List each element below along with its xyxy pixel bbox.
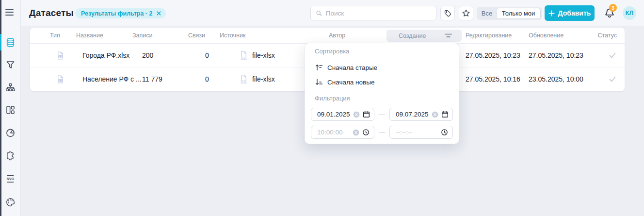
range-separator: — [379, 111, 385, 118]
pie-chart-icon [5, 128, 16, 138]
date-range-row: 09.01.2025 — 09.07.2025 [311, 108, 453, 121]
sidebar-item-hierarchy[interactable] [5, 83, 16, 93]
dataset-records: 11 779 [132, 75, 188, 83]
dataset-type-icon [56, 51, 65, 60]
column-header-updated: Обновление [529, 32, 601, 39]
page-title: Датасеты [29, 0, 74, 26]
notification-count-badge: 3 [609, 4, 617, 12]
layout-icon [5, 105, 16, 115]
close-icon[interactable] [157, 11, 161, 16]
sort-ascending-icon [315, 63, 323, 72]
column-header-type: Тип [50, 32, 76, 39]
svg-file-icon: SVG [5, 174, 16, 184]
toggle-only-mine-option[interactable]: Только мои [496, 8, 541, 19]
time-from-input[interactable]: 10:00:00 [311, 126, 374, 139]
time-to-value: --:--:-- [396, 129, 438, 136]
dataset-source: file-xlsx [252, 75, 275, 83]
sidebar-item-filters[interactable] [5, 60, 16, 70]
dataset-name: Города РФ.xlsx [76, 51, 132, 59]
star-icon [462, 9, 470, 17]
sidebar-item-charts[interactable] [5, 128, 16, 138]
sort-descending-icon [315, 78, 323, 86]
sort-newest-option[interactable]: Сначала новые [315, 75, 374, 89]
funnel-icon [5, 60, 16, 70]
search-input[interactable] [326, 10, 431, 17]
tags-button[interactable] [440, 6, 455, 20]
sidebar-item-themes[interactable] [5, 197, 16, 207]
column-header-links: Связи [188, 32, 220, 39]
clock-icon[interactable] [362, 129, 370, 136]
tag-icon [444, 9, 452, 17]
sidebar: SVG [0, 0, 21, 216]
dataset-updated: 27.05.2025, 10:23 [529, 51, 601, 59]
calendar-icon[interactable] [441, 111, 449, 118]
scope-toggle: Все Только мои [477, 7, 542, 20]
puzzle-icon [5, 150, 16, 161]
sidebar-item-dashboards[interactable] [5, 105, 16, 115]
dataset-records: 200 [132, 51, 188, 59]
time-from-value: 10:00:00 [317, 129, 350, 136]
popover-divider [311, 91, 459, 91]
status-check-icon [608, 51, 617, 60]
dataset-name: Население РФ с ... [76, 75, 132, 83]
dataset-links: 0 [188, 75, 220, 83]
creation-column-filter-control[interactable]: Создание [386, 30, 462, 42]
xlsx-icon-label: XLSX [241, 58, 247, 60]
sort-oldest-option[interactable]: Сначала старые [315, 61, 377, 74]
dataset-source: file-xlsx [252, 51, 275, 59]
creation-column-label: Создание [399, 33, 426, 39]
dataset-links: 0 [188, 51, 220, 59]
date-from-input[interactable]: 09.01.2025 [311, 108, 374, 121]
plus-icon [548, 10, 555, 17]
hamburger-menu-icon[interactable] [5, 9, 15, 17]
range-separator: — [379, 129, 385, 136]
column-header-source: Источник [220, 32, 329, 39]
clear-icon[interactable] [353, 129, 359, 136]
sidebar-item-plugins[interactable] [5, 150, 16, 161]
sort-section-label: Сортировка [315, 48, 349, 55]
palette-icon [5, 197, 16, 207]
column-header-name: Название [76, 32, 132, 39]
dataset-edited: 27.05.2025, 10:16 [466, 75, 529, 83]
database-icon [5, 37, 16, 48]
clear-icon[interactable] [432, 111, 438, 118]
time-to-input[interactable]: --:--:-- [389, 126, 453, 139]
status-check-icon [608, 75, 617, 83]
topbar: Датасеты Результаты фильтра - 2 Все Толь… [21, 0, 644, 26]
add-button-label: Добавить [558, 9, 591, 17]
filter-results-badge: Результаты фильтра - 2 [75, 8, 166, 18]
filter-section-label: Фильтрация [315, 95, 350, 102]
add-button[interactable]: Добавить [545, 5, 595, 21]
column-header-records: Записи [132, 32, 188, 39]
favorites-button[interactable] [459, 6, 473, 20]
dataset-edited: 27.05.2025, 10:23 [466, 51, 529, 59]
svg-icon-label: SVG [7, 177, 15, 181]
dataset-type-icon [56, 75, 65, 84]
toggle-all-option[interactable]: Все [478, 10, 496, 17]
date-from-value: 09.01.2025 [317, 111, 350, 118]
filter-lines-icon [445, 33, 452, 38]
calendar-icon[interactable] [363, 111, 370, 118]
date-to-input[interactable]: 09.07.2025 [389, 108, 453, 121]
date-to-value: 09.07.2025 [396, 111, 429, 118]
clock-icon[interactable] [441, 129, 448, 136]
table-header-row: Тип Название Записи Связи Источник Автор… [30, 28, 625, 44]
clear-icon[interactable] [353, 111, 360, 118]
sort-newest-label: Сначала новые [327, 79, 374, 86]
time-range-row: 10:00:00 — --:--:-- [311, 126, 453, 139]
avatar[interactable]: КЛ [623, 6, 636, 20]
search-box[interactable] [310, 6, 436, 20]
window-edge [0, 0, 1, 216]
sidebar-item-svg-assets[interactable]: SVG [5, 174, 16, 184]
xlsx-file-icon: XLSX [239, 50, 248, 60]
dataset-updated: 23.05.2025, 10:00 [529, 75, 601, 83]
sort-filter-popover: Сортировка Сначала старые Сначала новые … [305, 43, 459, 144]
active-nav-indicator [0, 34, 1, 50]
sidebar-item-datasets[interactable] [5, 37, 16, 48]
column-header-status: Статус [601, 32, 617, 39]
column-header-edited: Редактирование [466, 32, 529, 39]
xlsx-file-icon: XLSX [239, 74, 248, 84]
xlsx-icon-label: XLSX [241, 82, 247, 84]
hierarchy-icon [5, 83, 16, 93]
sort-oldest-label: Сначала старые [327, 64, 377, 71]
